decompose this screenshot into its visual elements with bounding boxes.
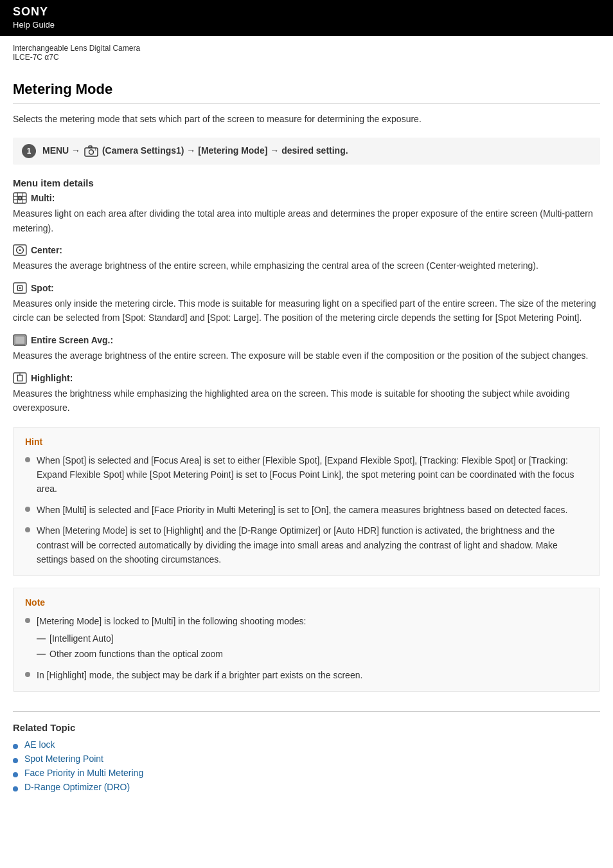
hint-box: Hint When [Spot] is selected and [Focus … xyxy=(13,427,600,577)
svg-rect-2 xyxy=(89,146,92,148)
related-item-face-priority: Face Priority in Multi Metering xyxy=(13,768,600,778)
note-item-1: [Metering Mode] is locked to [Multi] in … xyxy=(25,614,588,661)
sub-dash-1b: — xyxy=(37,647,46,661)
center-label-text: Center: xyxy=(31,245,62,255)
multi-metering-icon xyxy=(13,192,27,204)
multi-description: Measures light on each area after dividi… xyxy=(13,206,600,235)
related-item-spot-metering: Spot Metering Point xyxy=(13,754,600,764)
related-item-dro: D-Range Optimizer (DRO) xyxy=(13,782,600,792)
step-text-settings: (Camera Settings1) → [Metering Mode] → d… xyxy=(102,145,348,156)
svg-point-6 xyxy=(19,197,21,199)
related-topic-title: Related Topic xyxy=(13,722,600,733)
hint-item-2: When [Multi] is selected and [Face Prior… xyxy=(25,503,588,517)
guide-label: Help Guide xyxy=(13,20,600,30)
entire-metering-icon xyxy=(13,334,27,346)
menu-item-center: Center: Measures the average brightness … xyxy=(13,244,600,273)
note-sub-list-1: — [Intelligent Auto] — Other zoom functi… xyxy=(37,631,306,662)
hint-item-1: When [Spot] is selected and [Focus Area]… xyxy=(25,453,588,496)
main-content: Metering Mode Selects the metering mode … xyxy=(0,62,613,815)
related-item-ae-lock: AE lock xyxy=(13,739,600,750)
svg-rect-18 xyxy=(15,336,25,345)
spot-label-text: Spot: xyxy=(31,283,54,293)
menu-item-spot-label: Spot: xyxy=(13,282,600,294)
note-text-1: [Metering Mode] is locked to [Multi] in … xyxy=(37,616,306,626)
hint-bullet-3 xyxy=(25,527,30,532)
note-bullet-2 xyxy=(25,672,30,677)
hint-item-3: When [Metering Mode] is set to [Highligh… xyxy=(25,523,588,566)
page-title: Metering Mode xyxy=(13,81,600,104)
camera-settings-icon: 1 xyxy=(84,145,98,157)
svg-point-16 xyxy=(19,287,21,289)
hint-bullet-2 xyxy=(25,507,30,512)
note-sub-text-1b: Other zoom functions than the optical zo… xyxy=(49,647,223,661)
svg-point-1 xyxy=(89,150,94,154)
highlight-description: Measures the brightness while emphasizin… xyxy=(13,386,600,415)
related-bullet-4 xyxy=(13,786,18,791)
device-type: Interchangeable Lens Digital Camera xyxy=(13,44,600,53)
related-links-list: AE lock Spot Metering Point Face Priorit… xyxy=(13,739,600,792)
menu-item-center-label: Center: xyxy=(13,244,600,256)
center-description: Measures the average brightness of the e… xyxy=(13,258,600,273)
hint-text-3: When [Metering Mode] is set to [Highligh… xyxy=(37,523,588,566)
related-bullet-2 xyxy=(13,758,18,763)
menu-item-highlight-label: Highlight: xyxy=(13,372,600,384)
multi-label-text: Multi: xyxy=(31,193,55,203)
note-list: [Metering Mode] is locked to [Multi] in … xyxy=(25,614,588,682)
highlight-metering-icon xyxy=(13,372,27,384)
related-link-ae-lock[interactable]: AE lock xyxy=(24,739,55,750)
svg-rect-20 xyxy=(17,375,22,381)
entire-description: Measures the average brightness of the e… xyxy=(13,348,600,363)
related-topic-section: Related Topic AE lock Spot Metering Poin… xyxy=(13,711,600,792)
related-bullet-3 xyxy=(13,772,18,777)
highlight-label-text: Highlight: xyxy=(31,373,73,383)
related-link-spot-metering[interactable]: Spot Metering Point xyxy=(24,754,103,764)
hint-bullet-1 xyxy=(25,457,30,462)
note-title: Note xyxy=(25,597,588,608)
related-link-face-priority[interactable]: Face Priority in Multi Metering xyxy=(24,768,143,778)
sub-header: Interchangeable Lens Digital Camera ILCE… xyxy=(0,36,613,62)
spot-metering-icon xyxy=(13,282,27,294)
menu-step: 1 MENU → 1 (Camera Settings1) → [Meterin… xyxy=(13,138,600,165)
menu-item-highlight: Highlight: Measures the brightness while… xyxy=(13,372,600,415)
note-box: Note [Metering Mode] is locked to [Multi… xyxy=(13,588,600,692)
spot-description: Measures only inside the metering circle… xyxy=(13,296,600,325)
sub-dash-1a: — xyxy=(37,631,46,646)
hint-text-2: When [Multi] is selected and [Face Prior… xyxy=(37,503,567,517)
intro-text: Selects the metering mode that sets whic… xyxy=(13,113,600,126)
related-bullet-1 xyxy=(13,744,18,749)
center-metering-icon xyxy=(13,244,27,256)
menu-item-multi: Multi: Measures light on each area after… xyxy=(13,192,600,235)
header: SONY Help Guide xyxy=(0,0,613,36)
menu-item-multi-label: Multi: xyxy=(13,192,600,204)
note-item-2: In [Highlight] mode, the subject may be … xyxy=(25,668,588,682)
note-sub-item-1b: — Other zoom functions than the optical … xyxy=(37,647,306,661)
note-bullet-1 xyxy=(25,618,30,623)
hint-title: Hint xyxy=(25,437,588,447)
note-text-2: In [Highlight] mode, the subject may be … xyxy=(37,668,362,682)
menu-items-section-title: Menu item details xyxy=(13,177,600,188)
related-link-dro[interactable]: D-Range Optimizer (DRO) xyxy=(24,782,130,792)
step-number: 1 xyxy=(22,144,36,158)
step-instruction: MENU → 1 (Camera Settings1) → [Metering … xyxy=(42,145,348,157)
note-sub-item-1a: — [Intelligent Auto] xyxy=(37,631,306,646)
menu-item-entire: Entire Screen Avg.: Measures the average… xyxy=(13,334,600,363)
brand-logo: SONY xyxy=(13,5,600,19)
note-content-1: [Metering Mode] is locked to [Multi] in … xyxy=(37,614,306,661)
menu-item-spot: Spot: Measures only inside the metering … xyxy=(13,282,600,325)
entire-label-text: Entire Screen Avg.: xyxy=(31,335,113,345)
device-model: ILCE-7C α7C xyxy=(13,53,600,62)
svg-point-13 xyxy=(19,249,21,251)
menu-item-entire-label: Entire Screen Avg.: xyxy=(13,334,600,346)
note-sub-text-1a: [Intelligent Auto] xyxy=(49,631,114,646)
hint-text-1: When [Spot] is selected and [Focus Area]… xyxy=(37,453,588,496)
hint-list: When [Spot] is selected and [Focus Area]… xyxy=(25,453,588,567)
step-text-menu: MENU → xyxy=(42,145,83,156)
